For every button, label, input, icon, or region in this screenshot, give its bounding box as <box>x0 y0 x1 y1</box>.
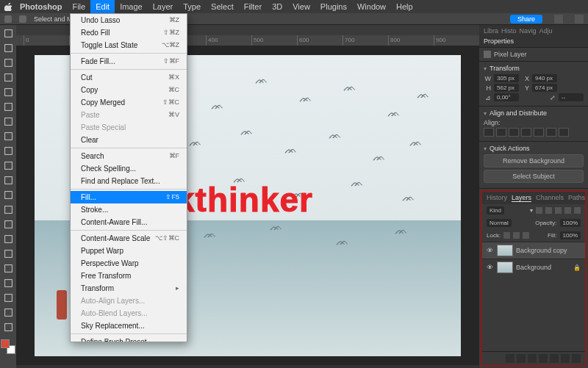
quick-actions-header[interactable]: Quick Actions <box>484 145 584 152</box>
y-field[interactable]: 674 px <box>532 84 557 92</box>
share-button[interactable]: Share <box>510 15 542 24</box>
heal-tool[interactable] <box>1 129 15 142</box>
history-tool[interactable] <box>1 173 15 187</box>
more-icon[interactable] <box>559 128 569 137</box>
new-layer-icon[interactable] <box>561 354 570 363</box>
menu-item-perspective-warp[interactable]: Perspective Warp <box>71 257 187 270</box>
visibility-icon[interactable]: 👁 <box>487 264 494 271</box>
blur-tool[interactable] <box>1 217 15 231</box>
layers-tab-paths[interactable]: Paths <box>568 194 585 202</box>
panel-tab-navig[interactable]: Navig <box>520 27 537 35</box>
menu-item-toggle-last-state[interactable]: Toggle Last State⌥⌘Z <box>71 39 187 51</box>
transform-section-header[interactable]: Transform <box>484 65 584 72</box>
layer-name[interactable]: Background <box>516 264 551 271</box>
menu-item-define-brush-preset[interactable]: Define Brush Preset... <box>71 336 187 342</box>
panel-tab-histo[interactable]: Histo <box>501 27 517 35</box>
lock-pixels-icon[interactable] <box>503 232 510 239</box>
layers-tab-channels[interactable]: Channels <box>536 194 564 202</box>
filter-type-icon[interactable] <box>555 207 562 214</box>
filter-image-icon[interactable] <box>536 207 542 214</box>
visibility-icon[interactable]: 👁 <box>487 247 494 254</box>
layer-name[interactable]: Background copy <box>516 247 567 254</box>
color-swatches[interactable] <box>1 339 15 354</box>
filter-smart-icon[interactable] <box>574 207 581 214</box>
opacity-field[interactable]: 100% <box>560 219 581 227</box>
crop-tool[interactable] <box>1 85 15 98</box>
x-field[interactable]: 940 px <box>532 74 557 82</box>
menu-item-puppet-warp[interactable]: Puppet Warp <box>71 245 187 257</box>
align-left-icon[interactable] <box>484 128 494 137</box>
menu-type[interactable]: Type <box>178 0 206 13</box>
menu-filter[interactable]: Filter <box>239 0 267 13</box>
brush-tool[interactable] <box>1 144 15 157</box>
menu-3d[interactable]: 3D <box>267 0 287 13</box>
lock-icon[interactable]: 🔒 <box>573 264 581 271</box>
menu-item-search[interactable]: Search⌘F <box>71 150 187 162</box>
remove-background-button[interactable]: Remove Background <box>484 154 584 167</box>
filter-adjust-icon[interactable] <box>545 207 552 214</box>
dodge-tool[interactable] <box>1 232 15 245</box>
select-subject-button[interactable]: Select Subject <box>484 170 584 183</box>
lock-position-icon[interactable] <box>513 232 520 239</box>
blend-mode-select[interactable]: Normal <box>487 219 512 227</box>
height-field[interactable]: 562 px <box>494 84 519 92</box>
menu-image[interactable]: Image <box>115 0 148 13</box>
menu-item-copy[interactable]: Copy⌘C <box>71 84 187 96</box>
zoom-tool[interactable] <box>1 320 15 333</box>
width-field[interactable]: 305 px <box>494 74 519 82</box>
lock-all-icon[interactable] <box>523 232 529 239</box>
layer-row[interactable]: 👁 Background 🔒 <box>482 259 585 275</box>
layers-tab-history[interactable]: History <box>487 194 507 202</box>
type-tool[interactable] <box>1 261 15 275</box>
app-menu[interactable]: Photoshop <box>15 0 67 13</box>
layer-thumbnail[interactable] <box>497 261 513 273</box>
angle-field[interactable]: 0,00° <box>494 93 519 101</box>
align-center-h-icon[interactable] <box>496 128 506 137</box>
align-section-header[interactable]: Align and Distribute <box>484 109 584 117</box>
menu-layer[interactable]: Layer <box>148 0 179 13</box>
layer-mask-icon[interactable] <box>528 354 537 363</box>
menu-view[interactable]: View <box>287 0 315 13</box>
panel-tab-adju[interactable]: Adju <box>539 27 553 35</box>
menu-window[interactable]: Window <box>352 0 391 13</box>
link-layers-icon[interactable] <box>506 354 514 363</box>
stamp-tool[interactable] <box>1 159 15 172</box>
menu-item-redo-fill[interactable]: Redo Fill⇧⌘Z <box>71 26 187 39</box>
layer-thumbnail[interactable] <box>497 245 513 256</box>
workspace-icon[interactable] <box>575 15 584 24</box>
gradient-tool[interactable] <box>1 203 15 216</box>
menu-edit[interactable]: Edit <box>90 0 115 13</box>
align-top-icon[interactable] <box>521 128 531 137</box>
marquee-tool[interactable] <box>1 41 15 54</box>
skew-field[interactable]: -- <box>559 93 584 101</box>
layer-row[interactable]: 👁 Background copy <box>482 242 585 259</box>
search-icon[interactable] <box>554 15 563 24</box>
menu-item-sky-replacement[interactable]: Sky Replacement... <box>71 320 187 332</box>
menu-item-content-aware-fill[interactable]: Content-Aware Fill... <box>71 216 187 228</box>
menu-item-fade-fill[interactable]: Fade Fill...⇧⌘F <box>71 55 187 68</box>
menu-item-stroke[interactable]: Stroke... <box>71 203 187 216</box>
eyedropper-tool[interactable] <box>1 115 15 128</box>
menu-help[interactable]: Help <box>391 0 418 13</box>
path-tool[interactable] <box>1 276 15 289</box>
layer-style-icon[interactable] <box>517 354 526 363</box>
filter-shape-icon[interactable] <box>564 207 571 214</box>
menu-item-cut[interactable]: Cut⌘X <box>71 71 187 84</box>
menu-item-find-and-replace-text[interactable]: Find and Replace Text... <box>71 175 187 187</box>
menu-item-fill[interactable]: Fill...⇧F5 <box>71 191 187 203</box>
delete-layer-icon[interactable] <box>572 354 581 363</box>
menu-item-free-transform[interactable]: Free Transform <box>71 270 187 282</box>
align-center-v-icon[interactable] <box>534 128 544 137</box>
menu-item-content-aware-scale[interactable]: Content-Aware Scale⌥⇧⌘C <box>71 232 187 245</box>
lasso-tool[interactable] <box>1 56 15 69</box>
fill-field[interactable]: 100% <box>560 231 581 239</box>
document-tab[interactable] <box>24 26 37 34</box>
menu-plugins[interactable]: Plugins <box>315 0 352 13</box>
menu-file[interactable]: File <box>67 0 90 13</box>
home-icon[interactable] <box>19 15 26 23</box>
align-bottom-icon[interactable] <box>546 128 556 137</box>
new-fill-icon[interactable] <box>539 354 548 363</box>
rectangle-tool[interactable] <box>1 291 15 304</box>
layers-tab-layers[interactable]: Layers <box>512 194 531 202</box>
panel-tab-properties[interactable]: Properties <box>484 37 514 45</box>
